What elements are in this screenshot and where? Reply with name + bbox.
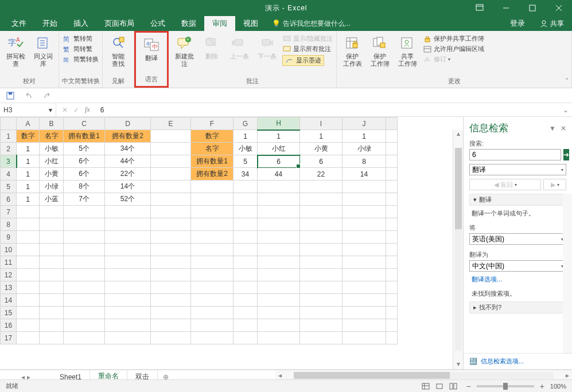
cell[interactable]: 6个 [64, 155, 105, 168]
cell[interactable] [234, 269, 258, 281]
close-button[interactable] [546, 0, 572, 16]
row-header[interactable]: 8 [1, 218, 17, 231]
cell[interactable] [105, 269, 151, 281]
tab-data[interactable]: 数据 [173, 16, 204, 31]
cell[interactable] [343, 269, 386, 281]
cell[interactable] [300, 256, 343, 269]
research-forward-button[interactable]: ▶▾ [543, 179, 566, 190]
pane-menu-icon[interactable]: ▼ [549, 124, 556, 132]
cell[interactable] [300, 244, 343, 256]
cell[interactable]: 6 [258, 155, 300, 168]
tab-formulas[interactable]: 公式 [142, 16, 173, 31]
cell[interactable] [343, 193, 386, 206]
cell[interactable] [40, 332, 64, 344]
cell[interactable] [17, 206, 40, 218]
cell[interactable]: 小黄 [40, 168, 64, 181]
cell[interactable] [151, 206, 191, 218]
tab-file[interactable]: 文件 [3, 16, 34, 31]
chinese-convert-button[interactable]: 简简繁转换 [63, 55, 99, 64]
cell[interactable] [258, 231, 300, 244]
cell[interactable]: 44 [258, 168, 300, 181]
new-comment-button[interactable]: + 新建批注 [171, 33, 197, 70]
cell[interactable] [258, 218, 300, 231]
collapse-ribbon-icon[interactable]: ˄ [565, 77, 569, 85]
cell[interactable] [191, 244, 234, 256]
cell[interactable] [234, 294, 258, 307]
cell[interactable] [300, 319, 343, 332]
formula-input[interactable]: 6 [96, 106, 109, 114]
cell[interactable] [258, 256, 300, 269]
normal-view-button[interactable] [419, 381, 433, 391]
cell[interactable]: 44个 [105, 155, 151, 168]
cell[interactable] [258, 332, 300, 344]
cell[interactable] [258, 294, 300, 307]
cell[interactable]: 6个 [64, 168, 105, 181]
cell[interactable] [191, 281, 234, 294]
cell[interactable]: 1 [300, 130, 343, 143]
cell[interactable] [64, 307, 105, 319]
cell[interactable] [234, 319, 258, 332]
cell[interactable] [40, 269, 64, 281]
cell[interactable] [105, 218, 151, 231]
cell[interactable]: 14个 [105, 181, 151, 193]
page-layout-view-button[interactable] [433, 381, 446, 391]
cell[interactable] [300, 206, 343, 218]
cell[interactable]: 1 [17, 143, 40, 155]
cell[interactable] [64, 244, 105, 256]
cell[interactable] [258, 281, 300, 294]
trad-to-simp-button[interactable]: 简繁转简 [63, 34, 99, 43]
cell[interactable] [343, 256, 386, 269]
row-header[interactable]: 4 [1, 168, 17, 181]
cell[interactable] [191, 181, 234, 193]
cell[interactable] [64, 269, 105, 281]
cell[interactable] [151, 269, 191, 281]
column-header[interactable]: B [40, 117, 64, 130]
share-button[interactable]: 共享 [535, 19, 569, 29]
cell[interactable] [40, 244, 64, 256]
row-header[interactable]: 11 [1, 256, 17, 269]
cell[interactable] [64, 206, 105, 218]
cell[interactable] [40, 319, 64, 332]
cell[interactable] [258, 181, 300, 193]
cell[interactable] [234, 332, 258, 344]
cell[interactable]: 5个 [64, 143, 105, 155]
cell[interactable]: 小蓝 [40, 193, 64, 206]
thesaurus-button[interactable]: 同义词库 [30, 33, 56, 70]
cell[interactable] [258, 269, 300, 281]
zoom-slider[interactable] [477, 385, 534, 387]
protect-workbook-button[interactable]: 保护 工作簿 [367, 33, 393, 70]
cell[interactable] [151, 281, 191, 294]
fx-icon[interactable]: fx [85, 105, 90, 114]
column-header[interactable]: A [17, 117, 40, 130]
cell[interactable]: 22 [300, 168, 343, 181]
ribbon-options-icon[interactable] [466, 0, 493, 16]
horizontal-scrollbar[interactable]: ◂▸ [275, 370, 572, 380]
row-header[interactable]: 2 [1, 143, 17, 155]
cell[interactable] [64, 319, 105, 332]
not-found-section[interactable]: ▸找不到? [469, 301, 566, 313]
cell[interactable]: 34个 [105, 143, 151, 155]
cell[interactable]: 小黄 [300, 143, 343, 155]
worksheet-grid[interactable]: ABCDEFGHIJ1数字名字拥有数量1拥有数量2数字111121小敏5个34个… [0, 117, 463, 369]
name-box[interactable]: H3 ▾ [0, 103, 56, 116]
cell[interactable] [191, 269, 234, 281]
cell[interactable]: 名字 [40, 130, 64, 143]
column-header[interactable]: J [343, 117, 386, 130]
cell[interactable] [17, 332, 40, 344]
cell[interactable] [17, 307, 40, 319]
cell[interactable]: 拥有数量2 [191, 168, 234, 181]
row-header[interactable]: 10 [1, 244, 17, 256]
cell[interactable] [105, 206, 151, 218]
cell[interactable]: 拥有数量2 [105, 130, 151, 143]
cell[interactable] [40, 256, 64, 269]
cell[interactable] [258, 307, 300, 319]
cell[interactable]: 小红 [40, 155, 64, 168]
cell[interactable] [17, 319, 40, 332]
cell[interactable]: 小绿 [40, 181, 64, 193]
cell[interactable] [151, 294, 191, 307]
spelling-button[interactable]: 字A 拼写检查 [2, 33, 29, 70]
cell[interactable] [343, 294, 386, 307]
column-header[interactable]: H [258, 117, 300, 130]
research-service-select[interactable]: 翻译▾ [469, 164, 566, 175]
cell[interactable]: 1 [234, 130, 258, 143]
